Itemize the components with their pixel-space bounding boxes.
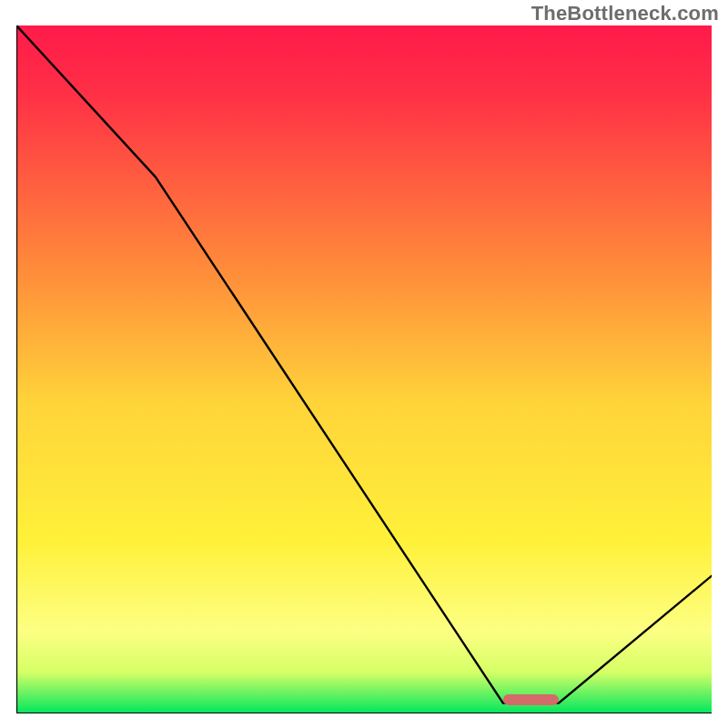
optimal-range-marker (503, 694, 559, 705)
chart-svg (16, 25, 712, 713)
chart-background (16, 25, 712, 713)
attribution-label: TheBottleneck.com (531, 2, 719, 25)
plot-area (16, 25, 712, 713)
chart-container: TheBottleneck.com (0, 0, 728, 728)
